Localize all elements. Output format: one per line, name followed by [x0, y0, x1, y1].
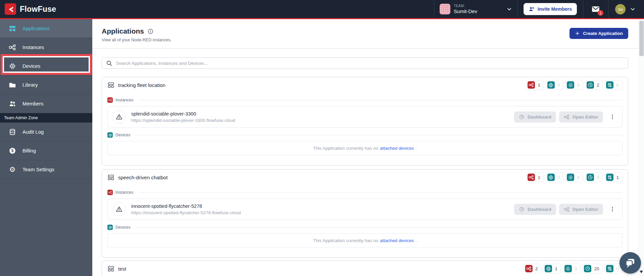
instance-info[interactable]: innocent-spotted-flycatcher-5278 https:/… — [131, 203, 241, 215]
brand-name: FlowFuse — [20, 5, 56, 14]
devices-count-badge: 0 — [546, 172, 564, 182]
search-input[interactable] — [116, 61, 624, 66]
kebab-menu-button[interactable] — [607, 112, 617, 121]
badge-count: 20 — [594, 266, 599, 271]
accent-divider — [0, 18, 644, 19]
sidebar-item-applications[interactable]: Applications — [0, 19, 92, 38]
node-red-instances-icon — [528, 81, 535, 89]
application-card: speech-driven chatbot 1 0 0 — [102, 169, 628, 258]
instance-row: splendid-sociable-plover-3300 https://sp… — [107, 106, 623, 128]
badge-count: 1 — [538, 175, 540, 180]
pie-chart-icon — [519, 206, 525, 212]
sidebar-item-members[interactable]: Members — [0, 94, 92, 113]
sidebar-item-team-settings[interactable]: ⚙ Team Settings — [0, 160, 92, 179]
section-divider — [136, 227, 623, 228]
sidebar-item-label: Applications — [22, 26, 50, 31]
sidebar-item-label: Audit Log — [22, 129, 44, 135]
node-red-instances-icon — [107, 190, 113, 195]
no-devices-period: . — [415, 238, 417, 243]
database-icon — [9, 128, 16, 136]
device-group-icon — [564, 265, 572, 272]
create-application-button[interactable]: Create Application — [569, 28, 628, 39]
node-red-instances-icon — [525, 265, 533, 272]
instance-info[interactable]: splendid-sociable-plover-3300 https://sp… — [131, 111, 235, 123]
sidebar-item-label: Instances — [22, 44, 44, 50]
instance-status-warning-icon — [112, 202, 126, 216]
dashboard-label: Dashboard — [528, 207, 551, 212]
members-icon — [9, 100, 16, 107]
instances-section-label: Instances — [115, 98, 134, 102]
scrollbar-down-arrow[interactable] — [640, 271, 643, 273]
attached-devices-link[interactable]: attached devices — [380, 146, 414, 151]
dashboard-button[interactable]: Dashboard — [514, 111, 556, 123]
team-selector[interactable]: TEAM: Sumit-Dev — [434, 0, 517, 18]
no-devices-message: This Application currently has no attach… — [107, 233, 623, 247]
scrollbar[interactable] — [638, 19, 644, 276]
main-content: Applications View all of your Node-RED i… — [92, 19, 638, 276]
snapshots-count-badge: 2 — [585, 80, 603, 90]
device-group-icon — [567, 81, 574, 89]
open-editor-label: Open Editor — [573, 207, 598, 212]
application-header[interactable]: tracking fleet location 1 0 0 — [107, 77, 623, 93]
team-admin-zone-header: Team Admin Zone — [0, 113, 92, 123]
chevron-down-icon — [630, 7, 635, 12]
application-name: speech-driven chatbot — [118, 175, 168, 180]
dashboard-button[interactable]: Dashboard — [514, 204, 556, 215]
devices-icon — [9, 62, 16, 70]
user-menu[interactable]: su — [608, 0, 644, 18]
instance-url: https://innocent-spotted-flycatcher-5278… — [131, 210, 241, 215]
pipelines-count-badge: 0 — [605, 80, 623, 90]
chevron-down-icon — [507, 7, 512, 12]
devices-section-header: Devices — [107, 225, 623, 230]
kebab-menu-button[interactable] — [607, 205, 617, 214]
application-stat-badges: 2 1 0 20 0 — [524, 264, 623, 274]
device-groups-count-badge: 0 — [563, 264, 581, 274]
pipelines-count-badge: 1 — [605, 172, 623, 182]
notifications-button[interactable]: 1 — [583, 0, 608, 18]
search-bar — [102, 57, 628, 69]
user-avatar: su — [615, 4, 626, 14]
instance-url: https://splendid-sociable-plover-3300.fl… — [131, 118, 235, 123]
devices-section-label: Devices — [115, 225, 130, 230]
clock-icon — [587, 174, 594, 181]
instances-section-header: Instances — [107, 190, 623, 195]
open-editor-button[interactable]: Open Editor — [559, 111, 603, 123]
pipelines-icon — [606, 174, 613, 181]
no-devices-text: This Application currently has no — [313, 146, 378, 151]
application-header[interactable]: test 2 1 0 20 — [107, 261, 623, 276]
scrollbar-thumb[interactable] — [639, 21, 644, 56]
chat-widget-button[interactable] — [620, 252, 641, 274]
flowfuse-logo[interactable]: FlowFuse — [0, 3, 56, 15]
application-header[interactable]: speech-driven chatbot 1 0 0 — [107, 170, 623, 185]
sidebar-item-instances[interactable]: Instances — [0, 38, 92, 57]
create-application-label: Create Application — [583, 31, 623, 36]
chat-bubbles-icon — [624, 257, 636, 269]
open-editor-label: Open Editor — [573, 114, 598, 120]
application-icon — [107, 82, 114, 89]
devices-section-header: Devices — [107, 132, 623, 138]
section-divider — [139, 192, 623, 193]
sidebar-item-billing[interactable]: Billing — [0, 141, 92, 160]
info-icon[interactable] — [147, 28, 154, 35]
dashboard-label: Dashboard — [528, 114, 551, 120]
sidebar-item-audit-log[interactable]: Audit Log — [0, 123, 92, 141]
badge-count: 1 — [538, 83, 540, 88]
sidebar-item-library[interactable]: Library — [0, 76, 92, 94]
node-red-editor-icon — [564, 114, 569, 120]
device-groups-count-badge: 0 — [565, 80, 583, 90]
attached-devices-link[interactable]: attached devices — [380, 238, 414, 243]
open-editor-button[interactable]: Open Editor — [559, 204, 603, 215]
top-navigation-bar: FlowFuse TEAM: Sumit-Dev Invite Members — [0, 0, 644, 18]
invite-members-icon — [529, 6, 535, 12]
device-chip-icon — [107, 132, 113, 138]
badge-count: 2 — [535, 266, 538, 271]
badge-count: 0 — [577, 175, 580, 180]
application-card: test 2 1 0 20 — [102, 261, 628, 276]
invite-members-button[interactable]: Invite Members — [524, 3, 577, 15]
devices-count-badge: 1 — [543, 264, 561, 274]
devices-section-label: Devices — [115, 133, 130, 137]
badge-count: 0 — [616, 266, 619, 271]
pipelines-icon — [606, 81, 613, 89]
sidebar-item-devices[interactable]: Devices — [0, 57, 92, 76]
application-icon — [107, 265, 114, 272]
